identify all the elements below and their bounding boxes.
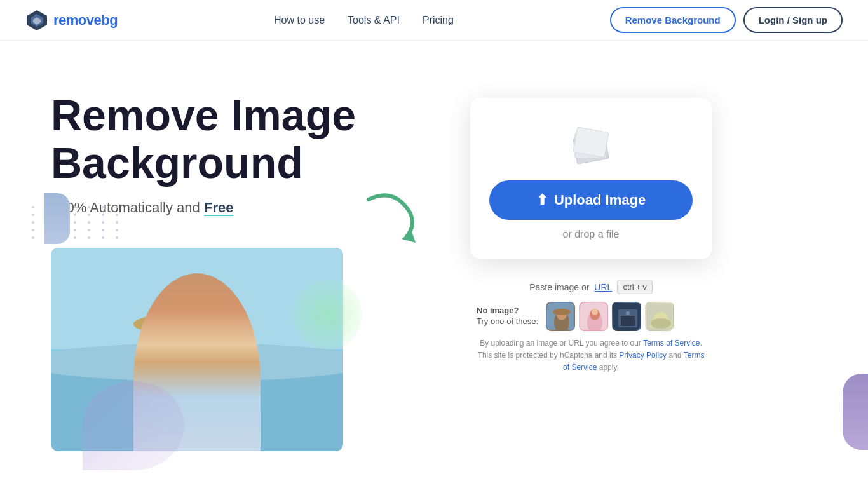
sample-thumb-1[interactable] bbox=[546, 302, 575, 331]
logo-text: removebg bbox=[53, 12, 118, 29]
samples-label: No image? Try one of these: bbox=[477, 306, 538, 327]
logo[interactable]: removebg bbox=[25, 9, 118, 32]
svg-point-6 bbox=[51, 343, 343, 381]
paste-url-link[interactable]: URL bbox=[594, 282, 612, 292]
legal-text: By uploading an image or URL you agree t… bbox=[470, 331, 712, 381]
svg-point-26 bbox=[553, 309, 571, 315]
hero-section: Remove Image Background 100% Automatical… bbox=[51, 79, 445, 451]
nav-tools-api[interactable]: Tools & API bbox=[348, 15, 400, 26]
svg-rect-8 bbox=[181, 362, 200, 394]
main-content: Remove Image Background 100% Automatical… bbox=[0, 41, 868, 488]
nav-pricing[interactable]: Pricing bbox=[423, 15, 454, 26]
hero-image-container bbox=[51, 248, 445, 451]
curved-arrow-icon bbox=[356, 180, 426, 250]
svg-rect-11 bbox=[173, 359, 192, 370]
sample-thumb-3[interactable] bbox=[612, 302, 641, 331]
nav-how-to-use[interactable]: How to use bbox=[274, 15, 325, 26]
blob-green-decoration bbox=[292, 280, 362, 349]
svg-line-17 bbox=[210, 393, 211, 451]
paste-text: Paste image or bbox=[529, 282, 589, 292]
tos1-link[interactable]: Terms of Service bbox=[643, 339, 700, 348]
svg-rect-33 bbox=[621, 316, 635, 326]
sample-thumb-4[interactable] bbox=[645, 302, 674, 331]
svg-rect-22 bbox=[573, 127, 609, 158]
upload-image-button[interactable]: ⬆ Upload Image bbox=[489, 180, 693, 220]
hero-title: Remove Image Background bbox=[51, 92, 445, 187]
upload-icon: ⬆ bbox=[536, 192, 548, 208]
svg-point-30 bbox=[592, 309, 598, 315]
header-actions: Remove Background Login / Sign up bbox=[610, 7, 843, 33]
remove-background-button[interactable]: Remove Background bbox=[610, 7, 736, 33]
header: removebg How to use Tools & API Pricing … bbox=[0, 0, 868, 41]
main-nav: How to use Tools & API Pricing bbox=[274, 15, 454, 26]
svg-point-9 bbox=[159, 321, 222, 391]
keyboard-shortcut: ctrl + v bbox=[617, 280, 652, 294]
sample-thumbs bbox=[546, 302, 674, 331]
paste-area: Paste image or URL ctrl + v bbox=[470, 272, 712, 302]
blob-left-decoration bbox=[44, 193, 70, 244]
drop-file-text: or drop a file bbox=[489, 229, 693, 240]
svg-rect-12 bbox=[196, 359, 215, 370]
upload-button-label: Upload Image bbox=[554, 192, 646, 208]
svg-point-34 bbox=[626, 311, 630, 315]
logo-icon bbox=[25, 9, 48, 32]
svg-point-10 bbox=[133, 313, 248, 336]
login-signup-button[interactable]: Login / Sign up bbox=[743, 7, 843, 33]
layers-icon bbox=[489, 123, 693, 168]
arrow-decoration bbox=[356, 180, 426, 253]
blob-right-decoration bbox=[843, 374, 868, 450]
upload-box: ⬆ Upload Image or drop a file bbox=[470, 98, 712, 259]
upload-section: ⬆ Upload Image or drop a file Paste imag… bbox=[470, 79, 712, 381]
svg-point-18 bbox=[159, 364, 165, 370]
sample-thumb-2[interactable] bbox=[579, 302, 608, 331]
svg-point-36 bbox=[651, 318, 671, 329]
samples-area: No image? Try one of these: bbox=[470, 302, 712, 331]
privacy-link[interactable]: Privacy Policy bbox=[619, 351, 667, 360]
blob-purple-decoration bbox=[83, 381, 184, 470]
